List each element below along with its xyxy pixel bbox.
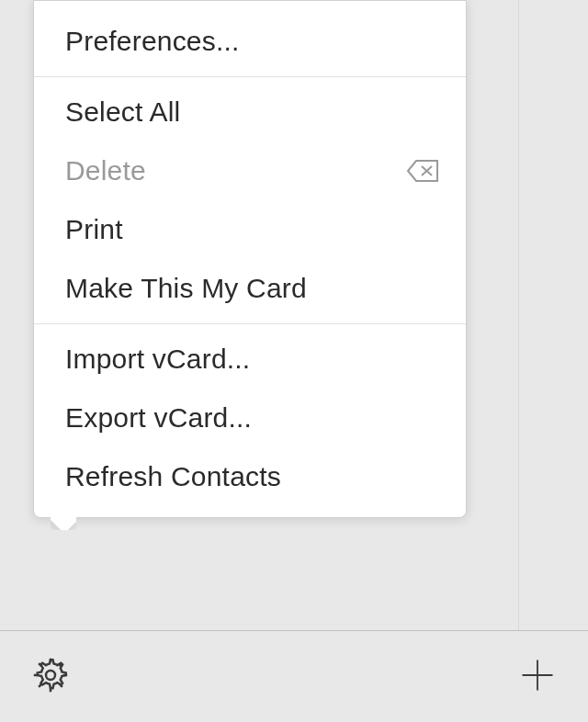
menu-item-label: Print [65, 214, 123, 245]
menu-item-label: Refresh Contacts [65, 461, 281, 492]
delete-icon [405, 158, 440, 184]
menu-item-label: Delete [65, 155, 146, 186]
menu-item-print[interactable]: Print [34, 200, 466, 259]
menu-divider [34, 323, 466, 324]
plus-icon [517, 655, 558, 699]
menu-item-label: Make This My Card [65, 273, 307, 304]
right-panel-edge [518, 0, 588, 630]
popup-tail [51, 517, 76, 530]
menu-item-import-vcard[interactable]: Import vCard... [34, 330, 466, 389]
add-button[interactable] [514, 654, 560, 700]
menu-item-label: Export vCard... [65, 402, 252, 434]
menu-divider [34, 76, 466, 77]
menu-item-refresh-contacts[interactable]: Refresh Contacts [34, 447, 466, 506]
menu-item-label: Preferences... [65, 26, 240, 57]
menu-item-label: Select All [65, 96, 180, 128]
menu-item-select-all[interactable]: Select All [34, 83, 466, 141]
menu-item-preferences[interactable]: Preferences... [34, 12, 466, 71]
settings-popup: Preferences... Select All Delete Print M… [33, 0, 467, 518]
settings-button[interactable] [28, 654, 74, 700]
svg-point-2 [46, 671, 55, 680]
menu-item-make-my-card[interactable]: Make This My Card [34, 259, 466, 318]
bottom-toolbar [0, 630, 588, 722]
menu-item-export-vcard[interactable]: Export vCard... [34, 389, 466, 447]
menu-item-delete: Delete [34, 141, 466, 200]
settings-menu: Preferences... Select All Delete Print M… [34, 1, 466, 517]
menu-item-label: Import vCard... [65, 344, 250, 375]
gear-icon [29, 654, 72, 700]
